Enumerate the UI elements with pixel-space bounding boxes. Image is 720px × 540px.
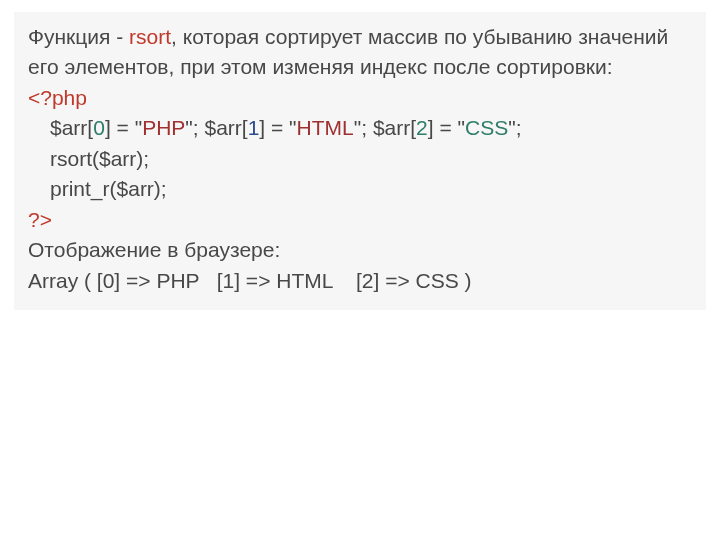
string-literal: HTML (297, 116, 354, 139)
quote: " (185, 116, 192, 139)
quote: " (289, 116, 296, 139)
code-frag: ] = (428, 116, 458, 139)
function-name: rsort (129, 25, 171, 48)
array-index: 2 (416, 116, 428, 139)
quote: " (135, 116, 142, 139)
quote: " (508, 116, 515, 139)
code-frag: ] = (259, 116, 289, 139)
code-frag: $arr[ (50, 116, 93, 139)
quote: " (458, 116, 465, 139)
desc-text-before: Функция - (28, 25, 129, 48)
array-index: 1 (248, 116, 260, 139)
php-open-tag: <?php (28, 83, 692, 113)
string-literal: CSS (465, 116, 508, 139)
output-line: Array ( [0] => PHP [1] => HTML [2] => CS… (28, 266, 692, 296)
description-paragraph: Функция - rsort, которая сортирует масси… (28, 22, 692, 83)
code-line-2: rsort($arr); (28, 144, 692, 174)
code-frag: ; $arr[ (193, 116, 248, 139)
string-literal: PHP (142, 116, 185, 139)
code-line-3: print_r($arr); (28, 174, 692, 204)
php-close-tag: ?> (28, 205, 692, 235)
code-frag: ] = (105, 116, 135, 139)
array-index: 0 (93, 116, 105, 139)
code-frag: ; (516, 116, 522, 139)
code-line-1: $arr[0] = "PHP"; $arr[1] = "HTML"; $arr[… (28, 113, 692, 143)
output-label: Отображение в браузере: (28, 235, 692, 265)
code-frag: ; $arr[ (361, 116, 416, 139)
code-example-block: Функция - rsort, которая сортирует масси… (14, 12, 706, 310)
